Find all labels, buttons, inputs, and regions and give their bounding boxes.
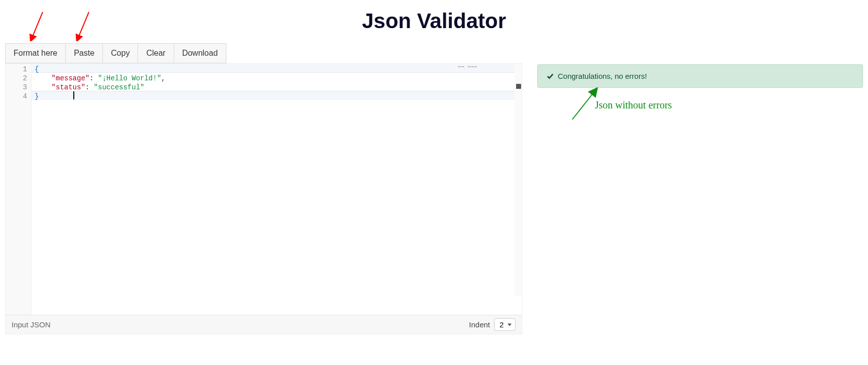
result-panel: Congratulations, no errors! <box>537 63 863 88</box>
editor-footer: Input JSON Indent 2 <box>6 315 522 334</box>
toolbar: Format here Paste Copy Clear Download <box>5 43 226 63</box>
editor-footer-label: Input JSON <box>12 320 51 329</box>
code-content[interactable]: { "message": "¡Hello World!", "status": … <box>32 64 522 315</box>
page-title: Json Validator <box>0 0 868 43</box>
download-button[interactable]: Download <box>174 43 226 63</box>
success-message: Congratulations, no errors! <box>558 72 647 80</box>
json-editor[interactable]: 1234 { "message": "¡Hello World!", "stat… <box>5 63 522 334</box>
clear-button[interactable]: Clear <box>138 43 173 63</box>
success-alert: Congratulations, no errors! <box>537 64 863 88</box>
line-number-gutter: 1234 <box>6 64 32 315</box>
check-icon <box>547 73 554 80</box>
indent-label: Indent <box>469 320 490 329</box>
format-button[interactable]: Format here <box>5 43 65 63</box>
paste-button[interactable]: Paste <box>65 43 102 63</box>
text-cursor <box>73 91 74 99</box>
copy-button[interactable]: Copy <box>102 43 138 63</box>
indent-select[interactable]: 2 <box>494 318 516 331</box>
